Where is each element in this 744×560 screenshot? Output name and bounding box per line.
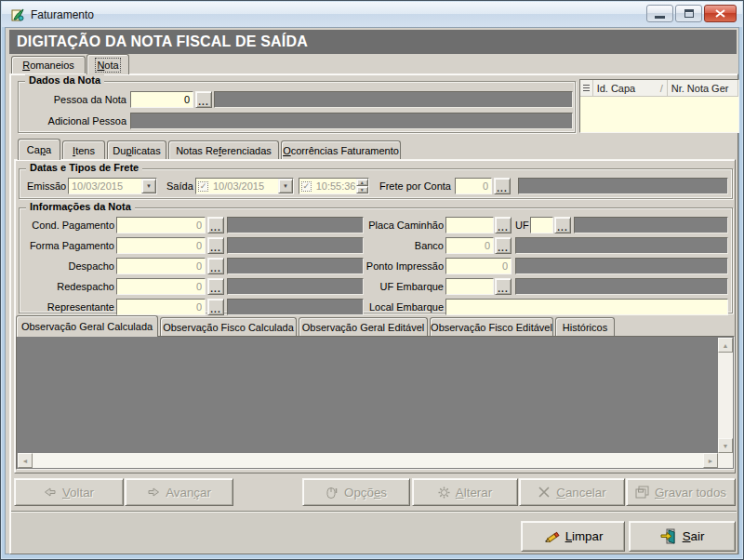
forma-pagamento-input[interactable] [116, 237, 206, 254]
tab-historicos-label: Históricos [563, 322, 607, 333]
maximize-button[interactable] [675, 5, 702, 22]
arrow-right-icon [147, 487, 160, 498]
grid-column-id-capa[interactable]: Id. Capa / [593, 80, 668, 97]
title-bar[interactable]: Faturamento [2, 2, 742, 27]
placa-caminhao-input[interactable] [445, 217, 494, 233]
tab-romaneios[interactable]: Romaneios [11, 56, 86, 73]
tab-obs-fisco-editavel[interactable]: Observação Fisco Editável [430, 317, 553, 337]
tab-obs-geral-editavel-label: Observação Geral Editável [302, 322, 424, 333]
tab-historicos[interactable]: Históricos [555, 317, 615, 337]
spin-up-icon[interactable]: ▲ [356, 179, 369, 186]
ponto-impressao-display [515, 258, 728, 274]
tab-obs-geral-editavel[interactable]: Observação Geral Editável [299, 317, 428, 337]
banco-display [515, 237, 728, 254]
gravar-todos-button[interactable]: Gravar todos [626, 478, 736, 506]
grid-column-nr-nota[interactable]: Nr. Nota Ger [668, 80, 738, 97]
frete-legend: Datas e Tipos de Frete [26, 162, 142, 173]
avancar-button[interactable]: Avançar [125, 478, 233, 506]
tab-obs-fisco-calculada-label: Observação Fisco Calculada [163, 322, 294, 333]
despacho-browse-button[interactable]: ... [207, 258, 224, 274]
uf-embarque-browse-button[interactable]: ... [495, 278, 512, 295]
voltar-label: Voltar [62, 486, 94, 500]
emissao-date-combobox[interactable]: 10/03/2015 ▼ [68, 178, 157, 194]
local-embarque-input[interactable] [445, 299, 728, 315]
redespacho-browse-button[interactable]: ... [207, 278, 224, 295]
sair-button[interactable]: Sair [629, 521, 736, 552]
limpar-button[interactable]: Limpar [521, 521, 625, 552]
placa-caminhao-browse-button[interactable]: ... [495, 217, 512, 233]
uf-browse-button[interactable]: ... [554, 217, 571, 233]
tab-duplicatas[interactable]: Duplicatas [107, 140, 166, 159]
exit-door-icon [660, 528, 677, 544]
capa-tab-page: Datas e Tipos de Frete Emissão 10/03/201… [14, 159, 736, 473]
grid-body[interactable] [580, 97, 738, 132]
page-title: DIGITAÇÃO DA NOTA FISCAL DE SAÍDA [9, 30, 737, 54]
hora-spin-buttons[interactable]: ▲ ▼ [356, 179, 369, 193]
representante-label: Representante [23, 299, 114, 315]
saida-dropdown-icon[interactable]: ▼ [278, 179, 293, 193]
gear-icon [438, 487, 450, 499]
hora-checkbox[interactable]: ✓ [301, 181, 312, 192]
pessoa-da-nota-browse-button[interactable]: ... [195, 91, 212, 108]
saida-checkbox[interactable]: ✓ [198, 181, 208, 192]
uf-embarque-label: UF Embarque [362, 278, 444, 295]
frete-por-conta-browse-button[interactable]: ... [494, 178, 511, 194]
tab-nota[interactable]: Nota [86, 54, 129, 74]
uf-input[interactable] [530, 217, 553, 233]
redespacho-input[interactable] [116, 278, 206, 295]
cond-pagamento-browse-button[interactable]: ... [207, 217, 224, 233]
observacao-textarea[interactable]: ▲ ▼ ◄ ► [16, 336, 735, 470]
form-content: DIGITAÇÃO DA NOTA FISCAL DE SAÍDA Romane… [5, 27, 739, 554]
hora-saida-spinner[interactable]: ✓ 10:55:36 ▲ ▼ [299, 178, 369, 194]
tab-itens[interactable]: Itens [62, 140, 105, 159]
scroll-down-icon[interactable]: ▼ [718, 438, 733, 453]
forma-pagamento-browse-button[interactable]: ... [207, 237, 224, 254]
grid-corner-cell[interactable] [580, 80, 593, 97]
scroll-left-icon[interactable]: ◄ [18, 453, 33, 468]
scrollbar-corner [718, 453, 733, 468]
bottom-bar [11, 511, 737, 553]
vertical-scrollbar[interactable]: ▲ ▼ [718, 338, 733, 453]
notas-geradas-grid[interactable]: Id. Capa / Nr. Nota Ger [579, 79, 739, 133]
close-button[interactable] [704, 5, 737, 22]
tab-obs-fisco-editavel-label: Observação Fisco Editável [431, 322, 552, 333]
uf-label: UF [515, 217, 530, 233]
banco-browse-button[interactable]: ... [495, 237, 512, 254]
placa-caminhao-label: Placa Caminhão [362, 217, 444, 233]
tab-obs-fisco-calculada[interactable]: Observação Fisco Calculada [160, 317, 297, 337]
emissao-dropdown-icon[interactable]: ▼ [141, 179, 156, 193]
representante-browse-button[interactable]: ... [207, 299, 224, 315]
scroll-right-icon[interactable]: ► [703, 453, 718, 468]
banco-input[interactable] [445, 237, 494, 254]
cond-pagamento-input[interactable] [116, 217, 206, 233]
opcoes-button[interactable]: Opções [302, 478, 410, 506]
alterar-button[interactable]: Alterar [412, 478, 518, 506]
horizontal-scrollbar[interactable]: ◄ ► [18, 453, 718, 468]
forma-pagamento-label: Forma Pagamento [23, 237, 114, 254]
arrow-left-icon [44, 487, 57, 498]
despacho-label: Despacho [23, 258, 114, 274]
cancelar-button[interactable]: Cancelar [519, 478, 625, 506]
cancel-x-icon [538, 487, 551, 498]
tab-ocorrencias-faturamento[interactable]: Ocorrências Faturamento [281, 140, 401, 159]
app-window: Faturamento DIGITAÇÃO DA NOTA FISCAL DE … [0, 0, 744, 560]
pessoa-da-nota-input[interactable] [130, 91, 193, 108]
representante-input[interactable] [116, 299, 206, 315]
tab-obs-geral-calculada[interactable]: Observação Geral Calculada [16, 315, 158, 337]
uf-embarque-input[interactable] [445, 278, 494, 295]
tab-notas-referenciadas[interactable]: Notas Referenciadas [168, 140, 279, 159]
saida-label: Saída [166, 178, 194, 194]
spin-down-icon[interactable]: ▼ [356, 186, 369, 193]
saida-date-combobox[interactable]: ✓ 10/03/2015 ▼ [195, 178, 294, 194]
despacho-input[interactable] [116, 258, 206, 274]
sair-label: Sair [683, 529, 705, 543]
minimize-button[interactable] [646, 5, 673, 22]
limpar-label: Limpar [565, 529, 604, 543]
tab-capa[interactable]: Capa [18, 139, 60, 160]
tab-romaneios-label: Romaneios [22, 60, 74, 71]
frete-por-conta-input[interactable] [455, 178, 492, 194]
placa-caminhao-display [574, 217, 728, 233]
voltar-button[interactable]: Voltar [14, 478, 124, 506]
scroll-up-icon[interactable]: ▲ [718, 338, 733, 353]
ponto-impressao-input[interactable] [445, 258, 512, 274]
